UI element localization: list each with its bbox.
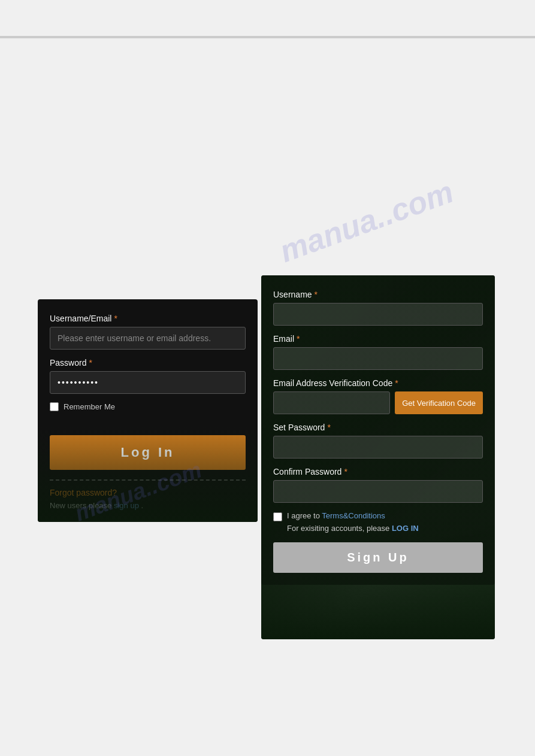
required-star-verification: * [395, 378, 398, 388]
password-input[interactable] [50, 371, 246, 394]
verification-row: Get Verification Code [273, 391, 483, 414]
terms-conditions-link[interactable]: Terms&Conditions [322, 511, 385, 520]
confirm-password-label: Confirm Password* [273, 467, 483, 476]
signup-username-label: Username* [273, 290, 483, 299]
new-user-text: New users please sign up . [50, 501, 246, 510]
required-star-set-password: * [327, 423, 330, 432]
signup-email-label: Email* [273, 334, 483, 344]
signup-email-input[interactable] [273, 347, 483, 370]
signup-username-input[interactable] [273, 303, 483, 326]
required-star-signup-username: * [315, 290, 318, 299]
remember-me-label: Remember Me [64, 402, 115, 411]
required-star-password: * [89, 358, 92, 368]
verification-code-input[interactable] [273, 391, 390, 414]
divider [50, 479, 246, 481]
required-star-confirm-password: * [344, 467, 347, 476]
remember-me-checkbox[interactable] [50, 402, 59, 411]
confirm-password-input[interactable] [273, 480, 483, 503]
set-password-input[interactable] [273, 436, 483, 459]
terms-checkbox[interactable] [273, 512, 282, 521]
signup-panel: Username* Email* Email Address Verificat… [261, 275, 495, 585]
remember-me-row: Remember Me [50, 402, 246, 411]
signup-button[interactable]: Sign Up [273, 542, 483, 573]
required-star-username: * [114, 314, 117, 323]
signup-link[interactable]: sign up [114, 501, 139, 510]
existing-account-text: For exisiting accounts, please LOG IN [273, 524, 483, 533]
username-email-label: Username/Email* [50, 314, 246, 323]
agree-row: I agree to Terms&Conditions [273, 511, 483, 521]
required-star-signup-email: * [297, 334, 300, 344]
go-to-login-link[interactable]: LOG IN [392, 524, 419, 533]
username-email-input[interactable] [50, 327, 246, 350]
watermark-1: manua..com [275, 174, 458, 269]
get-verification-code-button[interactable]: Get Verification Code [395, 391, 483, 414]
verification-code-label: Email Address Verification Code* [273, 378, 483, 388]
top-bar [0, 36, 535, 38]
set-password-label: Set Password* [273, 423, 483, 432]
forgot-password-link[interactable]: Forgot password? [50, 488, 246, 497]
login-panel: Username/Email* Password* Remember Me Lo… [38, 299, 258, 522]
login-button[interactable]: Log In [50, 435, 246, 470]
agree-text: I agree to Terms&Conditions [287, 511, 385, 520]
password-label: Password* [50, 358, 246, 368]
